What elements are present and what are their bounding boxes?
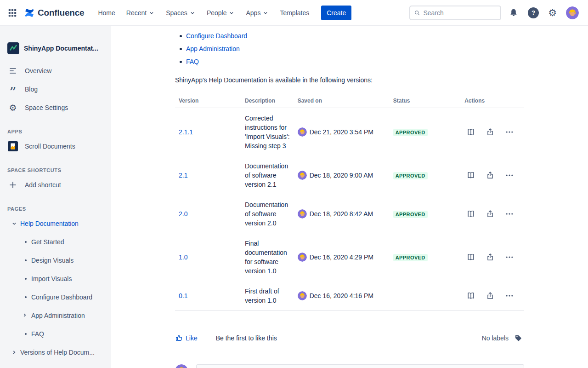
page-toc: Configure Dashboard App Administration F… (175, 29, 524, 68)
col-header-status: Status (390, 94, 461, 108)
chevron-right-icon (11, 349, 17, 356)
add-shortcut-button[interactable]: Add shortcut (0, 176, 111, 194)
read-view-book-icon[interactable] (464, 169, 477, 182)
sidebar-page-versions[interactable]: Versions of Help Docum... (0, 343, 111, 362)
col-header-actions: Actions (461, 94, 524, 108)
primary-nav: Home Recent Spaces People Apps Templates (93, 6, 314, 19)
avatar (298, 127, 307, 137)
shortcuts-section-header: SPACE SHORTCUTS (0, 167, 111, 173)
sidebar-page-faq[interactable]: FAQ (0, 325, 111, 343)
version-description: Corrected instructions for 'Import Visua… (241, 108, 294, 156)
search-input[interactable] (423, 9, 497, 17)
sidebar-page-design-visuals[interactable]: Design Visuals (0, 251, 111, 270)
export-icon[interactable] (484, 207, 497, 220)
status-badge: APPROVED (393, 172, 428, 179)
confluence-logo-icon (24, 7, 35, 18)
version-link[interactable]: 0.1 (179, 292, 187, 299)
table-row: 2.1 Documentation of software version 2.… (175, 156, 524, 195)
avatar (298, 171, 307, 180)
toc-item: FAQ (186, 55, 524, 68)
label-tag-icon[interactable] (512, 332, 524, 344)
sidebar-item-label: Scroll Documents (25, 143, 75, 150)
toc-item: Configure Dashboard (186, 29, 524, 42)
chevron-down-icon (262, 10, 269, 16)
chevron-down-icon (148, 10, 155, 16)
saved-on-date: Dec 18, 2020 9:00 AM (310, 172, 373, 179)
toc-link-configure-dashboard[interactable]: Configure Dashboard (186, 32, 247, 40)
nav-people[interactable]: People (202, 6, 240, 19)
pages-section-header: PAGES (0, 206, 111, 212)
sidebar-item-label: Overview (25, 67, 51, 75)
version-link[interactable]: 2.1.1 (179, 128, 193, 136)
saved-on-date: Dec 18, 2020 8:42 AM (310, 210, 373, 218)
status-badge: APPROVED (393, 129, 428, 136)
version-link[interactable]: 1.0 (179, 253, 187, 261)
settings-gear-icon[interactable]: ⚙ (546, 6, 559, 19)
like-section: Like Be the first to like this No labels (175, 332, 524, 344)
sidebar-item-space-settings[interactable]: ⚙ Space Settings (0, 98, 111, 117)
export-icon[interactable] (484, 251, 497, 264)
toc-link-faq[interactable]: FAQ (186, 58, 199, 65)
chevron-down-icon (189, 10, 196, 16)
sidebar-page-configure-dashboard[interactable]: Configure Dashboard (0, 288, 111, 306)
confluence-logo[interactable]: Confluence (24, 7, 84, 18)
labels-text: No labels (482, 334, 509, 342)
version-description: Documentation of software version 2.0 (241, 195, 294, 233)
nav-recent[interactable]: Recent (122, 6, 159, 19)
table-header-row: Version Description Saved on Status Acti… (175, 94, 524, 108)
sidebar-item-overview[interactable]: Overview (0, 62, 111, 80)
more-actions-icon[interactable] (503, 169, 516, 182)
read-view-book-icon[interactable] (464, 251, 477, 264)
more-actions-icon[interactable] (503, 251, 516, 264)
sidebar-item-label: Configure Dashboard (31, 293, 92, 301)
more-actions-icon[interactable] (503, 126, 516, 138)
avatar (175, 364, 188, 368)
help-icon[interactable]: ? (526, 6, 541, 20)
intro-text: ShinyApp's Help Documentation is availab… (175, 76, 524, 84)
chevron-down-icon (11, 220, 17, 227)
read-view-book-icon[interactable] (464, 126, 477, 138)
nav-apps[interactable]: Apps (241, 6, 273, 19)
user-avatar[interactable] (564, 5, 581, 21)
status-badge: APPROVED (393, 254, 428, 261)
table-row: 2.1.1 Corrected instructions for 'Import… (175, 108, 524, 156)
like-button[interactable]: Like (175, 334, 198, 342)
nav-templates[interactable]: Templates (275, 6, 314, 19)
space-header[interactable]: ShinyApp Documentat... (0, 37, 111, 62)
sidebar-item-scroll-documents[interactable]: Scroll Documents (0, 137, 111, 155)
nav-home[interactable]: Home (93, 6, 119, 19)
version-link[interactable]: 2.1 (179, 172, 187, 179)
page-content: Configure Dashboard App Administration F… (111, 26, 588, 368)
export-icon[interactable] (484, 126, 497, 138)
sidebar-item-label: Import Visuals (31, 275, 72, 282)
sidebar-item-label: App Administration (31, 312, 85, 319)
sidebar-item-label: Blog (25, 86, 38, 93)
toc-link-app-administration[interactable]: App Administration (186, 45, 240, 52)
overview-icon (7, 66, 18, 75)
space-sidebar: ShinyApp Documentat... Overview ” Blog ⚙… (0, 26, 111, 368)
export-icon[interactable] (484, 169, 497, 182)
sidebar-item-blog[interactable]: ” Blog (0, 80, 111, 98)
version-link[interactable]: 2.0 (179, 210, 187, 218)
version-description: Documentation of software version 2.1 (241, 156, 294, 195)
create-button[interactable]: Create (321, 6, 351, 20)
sidebar-page-help-documentation[interactable]: Help Documentation (0, 214, 111, 233)
sidebar-page-get-started[interactable]: Get Started (0, 233, 111, 251)
space-name: ShinyApp Documentat... (24, 45, 98, 52)
sidebar-page-app-administration[interactable]: App Administration (0, 306, 111, 325)
app-switcher-icon[interactable] (6, 6, 19, 20)
read-view-book-icon[interactable] (464, 289, 477, 302)
saved-on-date: Dec 16, 2020 4:29 PM (310, 253, 373, 261)
export-icon[interactable] (484, 289, 497, 302)
topnav-right: ? ⚙ (409, 5, 581, 21)
notifications-icon[interactable] (507, 6, 520, 20)
labels-group: No labels (482, 332, 524, 344)
sidebar-page-import-visuals[interactable]: Import Visuals (0, 270, 111, 288)
more-actions-icon[interactable] (503, 289, 516, 302)
read-view-book-icon[interactable] (464, 207, 477, 220)
comment-input[interactable] (196, 364, 524, 368)
more-actions-icon[interactable] (503, 207, 516, 220)
nav-spaces[interactable]: Spaces (161, 6, 200, 19)
chevron-down-icon (228, 10, 235, 16)
chevron-right-icon (22, 312, 28, 318)
